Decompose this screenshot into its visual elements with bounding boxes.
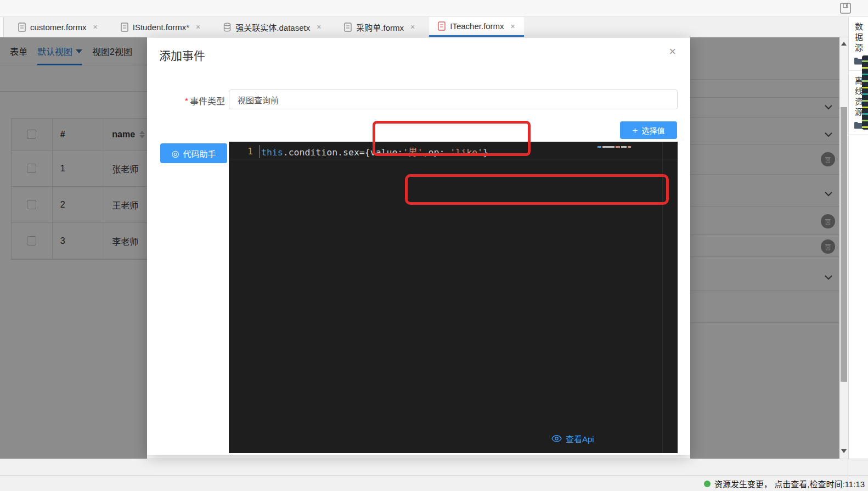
plus-icon: + [633, 126, 638, 135]
tab-bar: customer.formx × IStudent.formx* × 强关联实体… [0, 17, 868, 37]
tab-close-icon[interactable]: × [196, 23, 200, 31]
modal-mask-left [0, 37, 147, 459]
tab-dataset[interactable]: 强关联实体.datasetx × [215, 17, 330, 37]
app-window: customer.formx × IStudent.formx* × 强关联实体… [0, 0, 868, 491]
required-mark: * [185, 97, 188, 106]
tab-label: ITeacher.formx [450, 21, 504, 31]
document-icon [18, 23, 26, 32]
tab-istudent-formx[interactable]: IStudent.formx* × [112, 17, 210, 37]
code-token: ,op: [423, 147, 450, 158]
event-type-label: *事件类型 [174, 94, 225, 107]
status-message[interactable]: 资源发生变更， 点击查看,检查时间:11:13 [714, 478, 865, 489]
modal-mask-right [690, 37, 839, 459]
select-value-label: 选择值 [641, 125, 664, 136]
dock-item-label: 数据源 [853, 23, 864, 54]
code-token: 'like' [450, 147, 483, 158]
tab-label: 强关联实体.datasetx [235, 21, 310, 33]
tab-close-icon[interactable]: × [317, 23, 321, 31]
code-token: '男' [403, 147, 422, 158]
tab-partial[interactable] [0, 17, 4, 37]
document-icon [121, 23, 128, 32]
tab-close-icon[interactable]: × [410, 23, 415, 31]
assistant-icon: ◎ [172, 148, 179, 159]
tab-iteacher-formx-active[interactable]: ITeacher.formx × [429, 17, 524, 37]
code-assistant-label: 代码助手 [183, 148, 216, 159]
event-type-label-text: 事件类型 [190, 97, 225, 106]
code-editor[interactable]: 1 this.condition.sex={value:'男',op: 'lik… [229, 142, 678, 453]
tab-close-icon[interactable]: × [93, 23, 98, 31]
side-dock: 数据源 离线资源 [848, 17, 868, 459]
dialog-title: 添加事件 [159, 47, 205, 63]
top-bar [0, 0, 868, 17]
document-icon [344, 23, 352, 32]
database-icon [223, 23, 231, 32]
status-dot-icon [704, 481, 711, 487]
tab-close-icon[interactable]: × [511, 22, 515, 31]
tab-label: customer.formx [30, 23, 87, 32]
code-assistant-button[interactable]: ◎ 代码助手 [160, 143, 227, 163]
line-number: 1 [229, 146, 260, 157]
tab-customer-formx[interactable]: customer.formx × [9, 17, 106, 37]
code-token: } [483, 147, 488, 158]
view-api-link[interactable]: 查看Api [551, 433, 594, 444]
clipped-panel-icon [862, 55, 868, 130]
code-token: this [261, 147, 283, 158]
add-event-dialog: 添加事件 × *事件类型 + 选择值 ◎ 代码助手 1 this.conditi… [147, 38, 690, 455]
event-type-input[interactable] [229, 90, 678, 109]
tab-label: IStudent.formx* [133, 23, 189, 32]
scrollbar-thumb[interactable] [841, 107, 847, 382]
save-icon[interactable] [839, 2, 852, 14]
footer-vertical-divider [848, 459, 848, 491]
vertical-scrollbar[interactable] [839, 37, 848, 459]
code-content: this.condition.sex={value:'男',op: 'like'… [260, 145, 488, 158]
eye-icon [551, 435, 562, 442]
tab-label: 采购单.formx [356, 21, 404, 33]
scroll-down-icon[interactable] [841, 449, 847, 453]
tab-caigoudan-formx[interactable]: 采购单.formx × [335, 17, 424, 37]
document-icon-red [438, 21, 446, 31]
select-value-button[interactable]: + 选择值 [620, 121, 677, 139]
editor-minimap [598, 146, 631, 148]
scroll-up-icon[interactable] [841, 42, 847, 46]
view-api-label: 查看Api [566, 433, 594, 444]
code-token: .condition.sex={value: [283, 147, 403, 158]
close-icon[interactable]: × [669, 46, 676, 58]
footer-strip [0, 459, 868, 476]
status-bar: 资源发生变更， 点击查看,检查时间:11:13 [0, 476, 868, 491]
minimap-divider [662, 142, 663, 453]
